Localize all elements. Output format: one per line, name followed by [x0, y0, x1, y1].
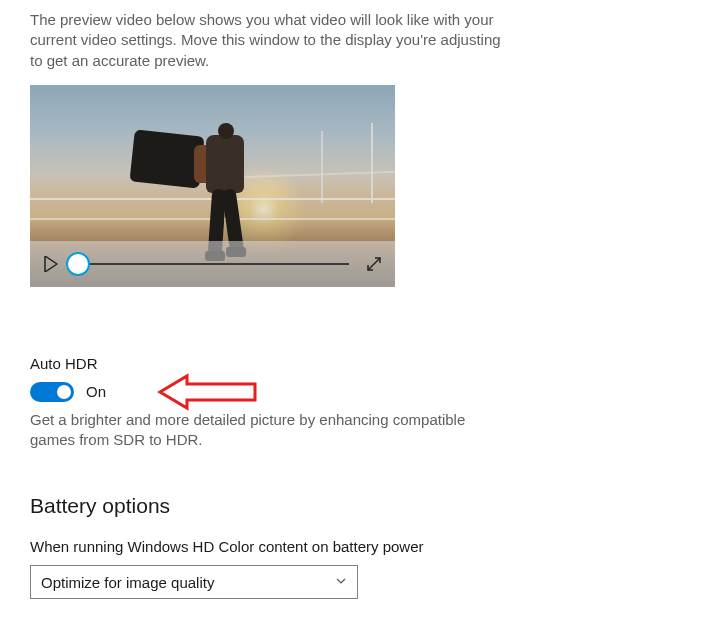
preview-helper-text: The preview video below shows you what v…	[30, 10, 505, 71]
auto-hdr-state-text: On	[86, 383, 106, 400]
auto-hdr-toggle[interactable]	[30, 382, 74, 402]
battery-sublabel: When running Windows HD Color content on…	[30, 538, 674, 555]
battery-dropdown-selected: Optimize for image quality	[41, 574, 214, 591]
seek-bar[interactable]	[76, 253, 349, 275]
video-controls	[30, 241, 395, 287]
battery-options-heading: Battery options	[30, 494, 674, 518]
play-button[interactable]	[40, 253, 62, 275]
chevron-down-icon	[335, 574, 347, 590]
svg-marker-2	[160, 376, 255, 408]
play-icon	[44, 256, 58, 272]
svg-marker-0	[45, 256, 57, 272]
video-preview[interactable]	[30, 85, 395, 287]
auto-hdr-description: Get a brighter and more detailed picture…	[30, 410, 505, 451]
fullscreen-icon	[366, 256, 382, 272]
seek-thumb[interactable]	[66, 252, 90, 276]
battery-option-dropdown[interactable]: Optimize for image quality	[30, 565, 358, 599]
fullscreen-button[interactable]	[363, 253, 385, 275]
svg-line-1	[368, 258, 380, 270]
annotation-arrow-icon	[155, 370, 265, 414]
auto-hdr-label: Auto HDR	[30, 355, 590, 372]
